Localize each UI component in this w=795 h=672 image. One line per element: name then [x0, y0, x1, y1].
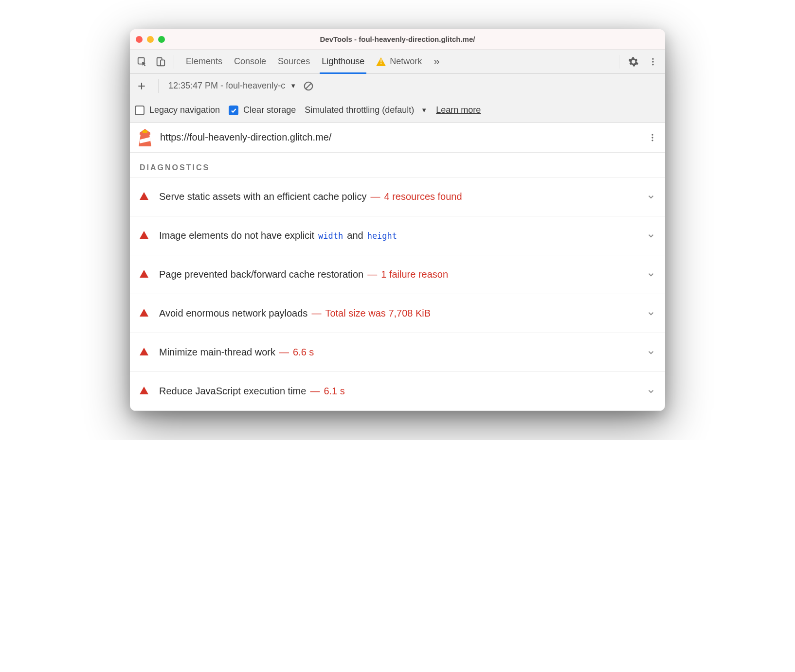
- svg-rect-11: [143, 130, 147, 133]
- checkbox-icon: [135, 106, 145, 115]
- chevron-down-icon: ▼: [290, 82, 296, 89]
- audit-row[interactable]: Reduce JavaScript execution time — 6.1 s: [130, 372, 665, 411]
- lighthouse-logo-icon: [138, 129, 152, 146]
- audit-content: Minimize main-thread work — 6.6 s: [159, 347, 636, 358]
- settings-icon[interactable]: [625, 53, 642, 70]
- checkbox-label: Clear storage: [243, 105, 296, 115]
- warning-icon: !: [376, 57, 386, 66]
- tab-label: Sources: [278, 56, 310, 67]
- svg-line-9: [306, 83, 311, 88]
- more-tabs-button[interactable]: »: [434, 50, 439, 73]
- separator: [158, 79, 159, 93]
- tab-label: Elements: [186, 56, 222, 67]
- svg-point-3: [652, 58, 653, 59]
- tab-console[interactable]: Console: [234, 50, 266, 73]
- chevron-down-icon: [647, 387, 655, 396]
- svg-point-15: [651, 137, 653, 138]
- chevron-down-icon: [647, 309, 655, 318]
- chevron-down-icon: [647, 348, 655, 357]
- fail-icon: [140, 231, 148, 241]
- devtools-tabbar: Elements Console Sources Lighthouse ! Ne…: [130, 50, 665, 74]
- audit-title-part: and: [347, 230, 363, 241]
- throttling-label: Simulated throttling (default): [305, 105, 414, 115]
- audit-title: Page prevented back/forward cache restor…: [159, 269, 363, 280]
- tab-elements[interactable]: Elements: [186, 50, 222, 73]
- audit-row[interactable]: Minimize main-thread work — 6.6 s: [130, 333, 665, 372]
- report-select-label: 12:35:47 PM - foul-heavenly-c: [168, 81, 285, 91]
- chevron-down-icon: ▼: [421, 106, 427, 114]
- report-url: https://foul-heavenly-direction.glitch.m…: [160, 132, 331, 143]
- separator: [619, 55, 619, 69]
- audit-detail: 6.1 s: [324, 386, 344, 397]
- lighthouse-toolbar: 12:35:47 PM - foul-heavenly-c ▼: [130, 74, 665, 98]
- dash: —: [311, 308, 321, 319]
- clear-icon[interactable]: [303, 81, 314, 91]
- audit-row[interactable]: Image elements do not have explicit widt…: [130, 216, 665, 255]
- chevron-down-icon: [647, 231, 655, 240]
- tab-label: Lighthouse: [322, 56, 364, 67]
- audit-content: Reduce JavaScript execution time — 6.1 s: [159, 386, 636, 397]
- fail-icon: [140, 387, 148, 396]
- audit-title: Minimize main-thread work: [159, 347, 275, 358]
- svg-point-4: [652, 61, 653, 62]
- window-title: DevTools - foul-heavenly-direction.glitc…: [130, 35, 665, 43]
- section-title: DIAGNOSTICS: [130, 153, 665, 177]
- devtools-window: DevTools - foul-heavenly-direction.glitc…: [130, 29, 665, 411]
- svg-rect-2: [161, 60, 164, 66]
- dash: —: [367, 269, 377, 280]
- audit-row[interactable]: Serve static assets with an efficient ca…: [130, 177, 665, 216]
- fail-icon: [140, 192, 148, 202]
- audit-title: Avoid enormous network payloads: [159, 308, 307, 319]
- report-select[interactable]: 12:35:47 PM - foul-heavenly-c ▼: [168, 81, 296, 91]
- fail-icon: [140, 348, 148, 357]
- device-toolbar-icon[interactable]: [152, 53, 169, 70]
- fail-icon: [140, 270, 148, 280]
- tab-network[interactable]: ! Network: [376, 50, 422, 73]
- new-report-button[interactable]: [135, 79, 148, 93]
- svg-point-5: [652, 64, 653, 65]
- svg-point-14: [651, 134, 653, 135]
- report-menu-icon[interactable]: [648, 133, 657, 142]
- dash: —: [371, 191, 380, 202]
- audit-detail: 4 resources found: [384, 191, 462, 202]
- audit-content: Page prevented back/forward cache restor…: [159, 269, 636, 280]
- svg-point-16: [651, 140, 653, 141]
- separator: [174, 55, 174, 69]
- tab-lighthouse[interactable]: Lighthouse: [322, 50, 364, 73]
- maximize-window-button[interactable]: [158, 36, 165, 43]
- kebab-menu-icon[interactable]: [645, 53, 661, 70]
- checkbox-label: Legacy navigation: [149, 105, 220, 115]
- learn-more-link[interactable]: Learn more: [436, 105, 481, 115]
- tab-label: Network: [390, 56, 422, 67]
- minimize-window-button[interactable]: [147, 36, 154, 43]
- checkbox-checked-icon: [229, 106, 238, 115]
- audit-detail: 1 failure reason: [381, 269, 448, 280]
- audit-title: Reduce JavaScript execution time: [159, 386, 306, 397]
- audit-detail: Total size was 7,708 KiB: [325, 308, 431, 319]
- audit-title: Serve static assets with an efficient ca…: [159, 191, 367, 202]
- code-chip: width: [318, 231, 343, 241]
- report-header-left: https://foul-heavenly-direction.glitch.m…: [138, 129, 331, 146]
- audit-row[interactable]: Page prevented back/forward cache restor…: [130, 255, 665, 294]
- close-window-button[interactable]: [136, 36, 143, 43]
- tab-sources[interactable]: Sources: [278, 50, 310, 73]
- legacy-navigation-checkbox[interactable]: Legacy navigation: [135, 105, 220, 115]
- report-header: https://foul-heavenly-direction.glitch.m…: [130, 123, 665, 153]
- audit-title-part: Image elements do not have explicit: [159, 230, 314, 241]
- clear-storage-checkbox[interactable]: Clear storage: [229, 105, 296, 115]
- tab-list: Elements Console Sources Lighthouse ! Ne…: [179, 50, 614, 73]
- audit-content: Image elements do not have explicit widt…: [159, 230, 636, 241]
- window-controls: [136, 36, 165, 43]
- tabbar-actions: [616, 53, 661, 70]
- chevron-down-icon: [647, 270, 655, 279]
- inspect-element-icon[interactable]: [134, 53, 150, 70]
- audit-detail: 6.6 s: [293, 347, 314, 358]
- audit-row[interactable]: Avoid enormous network payloads — Total …: [130, 294, 665, 333]
- audit-content: Serve static assets with an efficient ca…: [159, 191, 636, 202]
- titlebar: DevTools - foul-heavenly-direction.glitc…: [130, 29, 665, 50]
- dash: —: [310, 386, 320, 397]
- code-chip: height: [367, 231, 397, 241]
- throttling-select[interactable]: Simulated throttling (default) ▼: [305, 105, 427, 115]
- diagnostics-list: Serve static assets with an efficient ca…: [130, 177, 665, 411]
- lighthouse-options: Legacy navigation Clear storage Simulate…: [130, 98, 665, 123]
